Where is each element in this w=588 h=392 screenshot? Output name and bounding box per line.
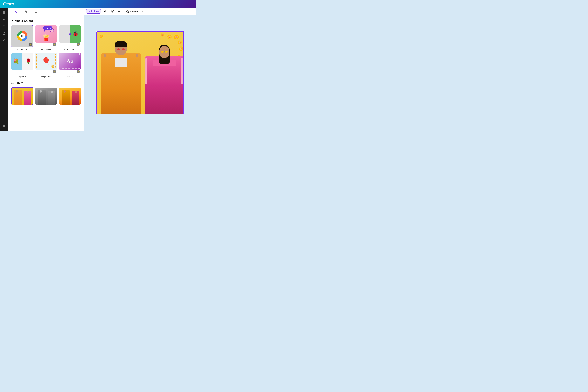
crown-badge-grab-text: ♛ <box>77 70 80 73</box>
filter-warm[interactable] <box>59 87 81 105</box>
tool-magic-edit-thumb: 💐 🌹 <box>11 52 33 74</box>
tool-bg-remover[interactable]: ♛ BG Remover <box>11 25 33 50</box>
sidebar-item-uploads[interactable] <box>1 30 7 36</box>
flower-tr4: 🌼 <box>160 33 164 37</box>
svg-rect-8 <box>4 126 5 126</box>
tab-fx-label: fx <box>14 10 17 14</box>
info-button[interactable] <box>110 9 115 14</box>
tool-magic-expand-label: Magic Expand <box>64 48 76 50</box>
photo-content: 🌼 🌼 🌼 🌼 🌼 🌼 🌼 <box>96 32 184 114</box>
tool-magic-eraser-thumb: Harry 🍟 ♛ <box>35 25 57 47</box>
adjust-icon <box>24 10 28 14</box>
tool-grab-text[interactable]: Aa ♛ Grab Text <box>59 52 81 78</box>
svg-rect-11 <box>5 126 6 127</box>
tool-magic-grab-thumb: 🎈 🖐 ♛ <box>35 52 57 74</box>
photo-selection-wrapper: 🌼 🌼 🌼 🌼 🌼 🌼 🌼 <box>96 31 184 114</box>
canvas-area: Edit photo Flip Animate <box>84 8 196 131</box>
tool-grab-text-thumb: Aa ♛ <box>59 52 81 74</box>
photo-frame[interactable]: 🌼 🌼 🌼 🌼 🌼 🌼 🌼 <box>96 31 184 114</box>
animate-button[interactable]: Animate <box>124 9 140 14</box>
tools-grid: ♛ BG Remover Harry 🍟 ♛ <box>11 25 81 78</box>
tool-bg-remover-thumb: ♛ <box>11 25 33 47</box>
panel-content: ✦ Magic Studio ♛ <box>8 16 84 131</box>
main-area: T <box>0 8 196 131</box>
filters-header: ◎ Filters <box>11 81 81 85</box>
tool-bg-remover-label: BG Remover <box>16 48 28 50</box>
svg-point-16 <box>26 12 27 12</box>
sidebar-item-draw[interactable] <box>1 37 7 43</box>
animate-label: Animate <box>130 10 138 12</box>
sidebar-item-apps[interactable] <box>1 123 7 129</box>
svg-point-21 <box>22 36 22 36</box>
magic-studio-title: Magic Studio <box>15 19 33 22</box>
toolbar: Edit photo Flip Animate <box>84 8 196 15</box>
tool-magic-eraser-label: Magic Eraser <box>40 48 52 50</box>
svg-rect-1 <box>4 11 6 12</box>
crown-badge-magic-grab: ♛ <box>53 70 56 73</box>
flower-tl: 🌼 <box>100 34 103 38</box>
svg-rect-4 <box>3 125 4 126</box>
filters-title: Filters <box>15 82 24 85</box>
crown-badge-bg-remover: ♛ <box>29 43 32 46</box>
sidebar-item-text[interactable]: T <box>1 23 7 29</box>
edit-photo-button[interactable]: Edit photo <box>86 9 101 14</box>
svg-rect-0 <box>3 11 4 14</box>
canva-logo: Canva <box>3 2 14 6</box>
figure-male <box>101 38 141 114</box>
more-options-button[interactable] <box>140 9 146 14</box>
svg-rect-5 <box>4 125 5 126</box>
magic-studio-header: ✦ Magic Studio <box>11 19 81 22</box>
sidebar: T <box>0 8 8 131</box>
flower-tr: 🌼 <box>174 34 179 40</box>
crop-icon <box>34 10 38 14</box>
svg-rect-10 <box>4 127 5 127</box>
svg-rect-2 <box>4 12 6 14</box>
svg-rect-7 <box>3 126 4 126</box>
panel: fx <box>8 8 84 131</box>
svg-point-17 <box>25 12 26 13</box>
figure-female <box>145 40 184 114</box>
tab-fx[interactable]: fx <box>11 8 21 16</box>
svg-rect-9 <box>3 127 4 127</box>
panel-tabs: fx <box>8 8 84 16</box>
svg-point-29 <box>142 11 142 12</box>
svg-point-24 <box>112 11 113 11</box>
svg-rect-6 <box>5 125 6 126</box>
harry-bubble: Harry <box>43 26 52 30</box>
tool-grab-text-label: Grab Text <box>66 76 74 78</box>
toolbar-divider <box>123 10 123 13</box>
tool-magic-grab-label: Magic Grab <box>41 76 51 78</box>
tab-crop[interactable] <box>31 8 41 16</box>
filters-icon: ◎ <box>11 81 14 85</box>
animate-icon <box>126 10 129 13</box>
svg-point-30 <box>143 11 144 12</box>
tool-magic-expand-thumb: ◄ 🐞 ♛ <box>59 25 81 47</box>
crown-badge-magic-expand: ♛ <box>77 43 80 46</box>
header: Canva <box>0 0 196 8</box>
filter-original[interactable] <box>11 87 33 105</box>
filters-grid <box>11 87 81 105</box>
flip-button[interactable]: Flip <box>102 9 109 14</box>
tool-magic-expand[interactable]: ◄ 🐞 ♛ Magic Expand <box>59 25 81 50</box>
crown-badge-magic-eraser: ♛ <box>53 43 56 46</box>
tool-magic-edit[interactable]: 💐 🌹 Magic Edit <box>11 52 33 78</box>
filter-bw[interactable] <box>35 87 57 105</box>
magic-studio-icon: ✦ <box>11 19 14 22</box>
flower-tr2: 🌼 <box>167 34 172 39</box>
sidebar-item-elements[interactable] <box>1 16 7 22</box>
tool-magic-eraser[interactable]: Harry 🍟 ♛ Magic Eraser <box>35 25 57 50</box>
tab-adjust[interactable] <box>21 8 31 16</box>
position-button[interactable] <box>116 9 121 14</box>
sidebar-item-layout[interactable] <box>1 9 7 15</box>
tool-magic-grab[interactable]: 🎈 🖐 ♛ Magic Grab <box>35 52 57 78</box>
svg-point-31 <box>144 11 144 12</box>
canvas-content: 🌼 🌼 🌼 🌼 🌼 🌼 🌼 <box>84 15 196 131</box>
tool-magic-edit-label: Magic Edit <box>18 76 27 78</box>
svg-point-15 <box>25 11 26 12</box>
